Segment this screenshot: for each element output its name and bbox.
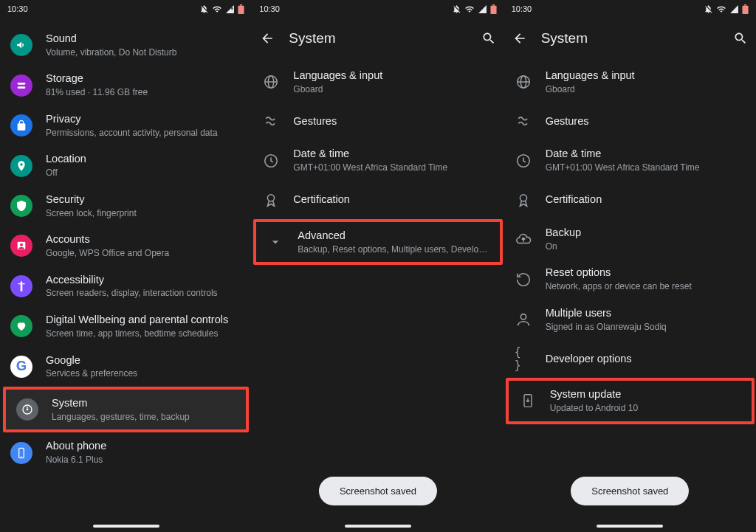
cloud-icon (515, 230, 532, 248)
row-developer[interactable]: { } Developer options (504, 339, 756, 378)
row-title: Languages & input (546, 69, 747, 83)
settings-row-accounts[interactable]: AccountsGoogle, WPS Office and Opera (0, 226, 252, 266)
row-subtitle: Services & preferences (46, 368, 243, 380)
svg-rect-19 (742, 5, 748, 13)
row-title: Gestures (293, 114, 495, 128)
signal-icon (478, 4, 487, 14)
row-subtitle: Gboard (546, 84, 747, 96)
row-subtitle: On (546, 241, 747, 253)
row-subtitle: Gboard (293, 84, 495, 96)
user-icon (515, 311, 532, 328)
row-title: Advanced (298, 229, 490, 243)
nav-handle[interactable] (597, 525, 663, 528)
settings-row-about[interactable]: About phoneNokia 6.1 Plus (0, 432, 252, 472)
row-title: Developer options (546, 352, 747, 366)
nav-handle[interactable] (93, 525, 159, 528)
row-subtitle: GMT+01:00 West Africa Standard Time (293, 162, 495, 174)
row-system-update[interactable]: System updateUpdated to Android 10 (506, 378, 755, 424)
settings-row-accessibility[interactable]: AccessibilityScreen readers, display, in… (0, 266, 252, 306)
row-subtitle: Volume, vibration, Do Not Disturb (46, 47, 243, 59)
row-gestures[interactable]: Gestures (504, 102, 756, 140)
signal-icon (729, 4, 739, 14)
row-reset[interactable]: Reset optionsNetwork, apps or device can… (504, 259, 756, 299)
location-icon (10, 155, 32, 177)
row-subtitle: Screen time, app timers, bedtime schedul… (46, 328, 243, 340)
settings-row-sound[interactable]: SoundVolume, vibration, Do Not Disturb (0, 25, 252, 65)
row-subtitle: Permissions, account activity, personal … (46, 128, 243, 139)
settings-row-system[interactable]: SystemLanguages, gestures, time, backup (3, 387, 249, 432)
settings-row-storage[interactable]: Storage81% used · 11.96 GB free (0, 65, 252, 105)
globe-icon (262, 73, 280, 91)
panel-settings-main: 10:30 SoundVolume, vibration, Do Not Dis… (0, 0, 252, 532)
row-title: Accounts (46, 232, 243, 246)
status-bar: 10:30 (504, 0, 756, 18)
row-title: Location (46, 152, 243, 166)
svg-point-18 (268, 195, 275, 201)
row-languages[interactable]: Languages & inputGboard (504, 62, 756, 102)
row-title: Security (46, 193, 243, 207)
gestures-icon (515, 112, 532, 130)
row-subtitle: 81% used · 11.96 GB free (46, 87, 243, 99)
chevron-down-icon (267, 233, 284, 251)
signal-icon (225, 4, 235, 14)
search-button[interactable] (481, 30, 497, 46)
settings-row-location[interactable]: LocationOff (0, 145, 252, 185)
row-backup[interactable]: BackupOn (504, 219, 756, 259)
row-title: System (52, 396, 237, 410)
app-bar: System (252, 18, 504, 59)
certification-icon (262, 191, 280, 209)
storage-icon (10, 75, 32, 97)
row-title: Google (46, 353, 243, 367)
gestures-icon (262, 112, 280, 130)
page-title: System (541, 30, 719, 46)
status-icons (452, 4, 497, 14)
battery-icon (490, 4, 497, 14)
snackbar[interactable]: Screenshot saved (571, 477, 689, 505)
row-subtitle: Nokia 6.1 Plus (46, 455, 243, 466)
row-gestures[interactable]: Gestures (252, 102, 504, 140)
row-multiple-users[interactable]: Multiple usersSigned in as Olanrewaju So… (504, 300, 756, 339)
snackbar[interactable]: Screenshot saved (319, 477, 437, 505)
status-bar: 10:30 (252, 0, 504, 18)
settings-list: SoundVolume, vibration, Do Not Disturb S… (0, 25, 252, 473)
back-button[interactable] (259, 30, 275, 46)
reset-icon (515, 271, 532, 289)
accounts-icon (10, 235, 32, 257)
row-certification[interactable]: Certification (252, 181, 504, 219)
sound-icon (10, 34, 32, 56)
row-certification[interactable]: Certification (504, 181, 756, 219)
row-title: Backup (546, 226, 747, 240)
row-languages[interactable]: Languages & inputGboard (252, 62, 504, 102)
battery-icon (742, 4, 749, 14)
row-datetime[interactable]: Date & timeGMT+01:00 West Africa Standar… (504, 140, 756, 180)
row-subtitle: Backup, Reset options, Multiple users, D… (298, 244, 490, 256)
search-button[interactable] (732, 30, 749, 46)
status-time: 10:30 (259, 4, 280, 13)
back-button[interactable] (512, 30, 528, 46)
row-title: Date & time (546, 147, 747, 161)
row-subtitle: Updated to Android 10 (550, 403, 743, 415)
svg-rect-1 (240, 4, 242, 6)
status-time: 10:30 (7, 4, 28, 13)
row-title: Multiple users (546, 306, 747, 320)
row-subtitle: GMT+01:00 West Africa Standard Time (546, 162, 747, 174)
row-title: System update (550, 387, 743, 401)
nav-handle[interactable] (345, 525, 411, 528)
wifi-icon (212, 4, 222, 14)
row-subtitle: Network, apps or device can be reset (546, 281, 747, 293)
settings-row-wellbeing[interactable]: Digital Wellbeing and parental controlsS… (0, 306, 252, 346)
settings-row-google[interactable]: G GoogleServices & preferences (0, 347, 252, 387)
status-icons (199, 4, 244, 14)
row-title: Privacy (46, 112, 243, 126)
row-advanced[interactable]: AdvancedBackup, Reset options, Multiple … (253, 219, 502, 265)
svg-rect-12 (490, 5, 496, 13)
row-title: Digital Wellbeing and parental controls (46, 313, 243, 327)
settings-row-privacy[interactable]: PrivacyPermissions, account activity, pe… (0, 106, 252, 145)
row-datetime[interactable]: Date & timeGMT+01:00 West Africa Standar… (252, 140, 504, 180)
settings-row-security[interactable]: SecurityScreen lock, fingerprint (0, 186, 252, 226)
svg-point-11 (21, 456, 21, 457)
status-icons (704, 4, 749, 14)
row-title: About phone (46, 439, 243, 453)
google-icon: G (10, 356, 32, 378)
system-list: Languages & inputGboard Gestures Date & … (504, 62, 756, 424)
